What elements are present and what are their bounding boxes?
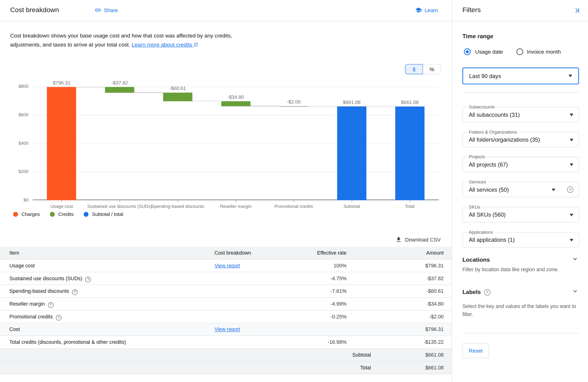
effective-rate-cell: -7.61% — [331, 285, 347, 297]
item-label: Spending-based discounts — [9, 288, 69, 294]
amount-cell: $796.31 — [425, 260, 443, 272]
item-label: Usage cost — [9, 263, 35, 269]
download-csv-button[interactable]: Download CSV — [395, 236, 441, 243]
y-axis-tick-label: $600 — [0, 112, 28, 117]
section-description: Select the key and values of the labels … — [462, 302, 580, 319]
share-button[interactable]: Share — [94, 7, 118, 13]
legend-item: Charges — [13, 212, 40, 217]
effective-rate-cell: -4.75% — [331, 272, 347, 284]
filter-field-services[interactable]: ServicesAll services (50)? — [462, 182, 579, 197]
download-icon — [395, 236, 402, 243]
item-cell: Promotional credits? — [9, 311, 62, 323]
legend-item: Credits — [50, 212, 74, 217]
legend-label: Charges — [21, 212, 40, 217]
summary-label-cell: Total — [360, 361, 371, 374]
filter-field-value: All folders/organizations (35) — [469, 132, 540, 147]
time-range-value: Last 90 days — [469, 68, 501, 84]
toggle-percent-button[interactable]: % — [423, 64, 441, 74]
chevron-down-icon[interactable] — [572, 288, 578, 296]
column-header-cost-breakdown: Cost breakdown — [214, 247, 251, 259]
time-range-heading: Time range — [462, 33, 493, 40]
filter-field-skus[interactable]: SKUsAll SKUs (560) — [462, 207, 579, 222]
time-range-select[interactable]: Last 90 days — [462, 67, 579, 84]
bar-value-label: -$34.80 — [210, 94, 262, 100]
legend-label: Subtotal / total — [92, 212, 123, 217]
help-icon[interactable]: ? — [484, 289, 490, 296]
page-description: Cost breakdown shows your base usage cos… — [10, 31, 240, 49]
item-label: Cost — [9, 327, 20, 332]
view-report-link[interactable]: View report — [214, 327, 240, 332]
section-heading-labels: Labels? — [462, 289, 491, 296]
amount-cell: -$34.80 — [426, 298, 443, 310]
invoice-month-radio[interactable] — [516, 48, 523, 55]
bar-total — [395, 106, 424, 200]
dropdown-caret-icon — [568, 75, 572, 77]
amount-cell: $661.08 — [425, 361, 443, 374]
learn-more-credits-link[interactable]: Learn more about credits — [132, 42, 198, 47]
view-report-link[interactable]: View report — [214, 263, 240, 269]
x-axis-tick — [294, 200, 294, 202]
bar-value-label: $661.08 — [383, 99, 436, 105]
download-csv-label: Download CSV — [405, 236, 441, 242]
panel-close-icon[interactable] — [574, 7, 580, 15]
help-icon[interactable]: ? — [48, 302, 54, 308]
filter-field-subaccounts[interactable]: SubaccountsAll subaccounts (31) — [462, 107, 579, 122]
help-icon[interactable]: ? — [72, 289, 78, 295]
filter-field-folders-organizations[interactable]: Folders & OrganizationsAll folders/organ… — [462, 132, 579, 147]
column-header-effective-rate: Effective rate — [317, 247, 346, 259]
filter-field-value: All SKUs (560) — [469, 207, 506, 222]
legend-dot — [13, 212, 18, 217]
breakdown-cell: View report — [214, 260, 240, 272]
filters-panel: Filters Time range Usage date Invoice mo… — [452, 0, 588, 382]
filters-header: Filters — [452, 0, 588, 21]
help-icon[interactable]: ? — [567, 186, 573, 193]
chevron-down-icon[interactable] — [572, 256, 578, 264]
effective-rate-cell: -0.25% — [331, 311, 347, 323]
bar-promotional-credits — [279, 106, 308, 107]
filter-field-applications[interactable]: ApplicationsAll applications (1) — [462, 232, 579, 248]
item-cell: Spending-based discounts? — [9, 285, 78, 297]
item-label: Reseller margin — [9, 301, 45, 307]
x-axis-tick — [62, 200, 62, 202]
x-axis-tick — [120, 200, 120, 202]
bar-value-label: -$37.82 — [93, 80, 146, 86]
bar-sustained-use-discounts-suds — [105, 87, 134, 92]
waterfall-plot: $796.31Usage cost-$37.82Sustained use di… — [33, 86, 439, 200]
item-cell: Total credits (discounts, promotional & … — [9, 336, 126, 348]
usage-date-radio[interactable] — [464, 48, 471, 55]
learn-icon — [415, 7, 422, 13]
cost-table: ItemCost breakdownEffective rateAmountUs… — [0, 247, 452, 374]
filter-field-projects[interactable]: ProjectsAll projects (67) — [462, 157, 579, 172]
table-header-row: ItemCost breakdownEffective rateAmount — [0, 247, 452, 260]
item-cell: Reseller margin? — [9, 298, 54, 310]
page-header: Cost breakdown Share Learn — [0, 0, 452, 21]
filter-field-value: All applications (1) — [469, 233, 515, 247]
x-axis-tick — [410, 200, 410, 202]
section-description: Filter by location data like region and … — [462, 266, 580, 274]
filter-field-value: All subaccounts (31) — [469, 107, 520, 122]
legend-label: Credits — [58, 212, 74, 217]
description-text: Cost breakdown shows your base usage cos… — [10, 33, 232, 47]
amount-cell: -$2.00 — [429, 311, 443, 323]
help-icon[interactable]: ? — [85, 277, 91, 282]
effective-rate-cell: -4.99% — [331, 298, 347, 310]
item-cell: Cost — [9, 323, 20, 336]
amount-cell: $661.08 — [425, 349, 443, 361]
learn-button[interactable]: Learn — [415, 7, 438, 13]
dropdown-caret-icon — [570, 214, 573, 216]
table-row-cost: CostView report$796.31 — [0, 323, 452, 336]
gridline — [33, 144, 439, 144]
divider — [462, 92, 579, 93]
help-icon[interactable]: ? — [56, 315, 62, 320]
section-heading-locations: Locations — [462, 256, 490, 263]
learn-label: Learn — [424, 7, 438, 13]
summary-label-cell: Subtotal — [352, 349, 371, 361]
reset-button[interactable]: Reset — [462, 343, 489, 358]
bar-value-label: $796.31 — [35, 80, 88, 86]
usage-date-label: Usage date — [475, 49, 503, 55]
main-content: Cost breakdown Share Learn Cost breakdow… — [0, 0, 452, 382]
amount-cell: $796.31 — [425, 323, 443, 336]
x-axis-tick — [352, 200, 352, 202]
toggle-dollar-button[interactable]: $ — [405, 64, 423, 74]
y-axis-tick-label: $400 — [0, 140, 28, 146]
